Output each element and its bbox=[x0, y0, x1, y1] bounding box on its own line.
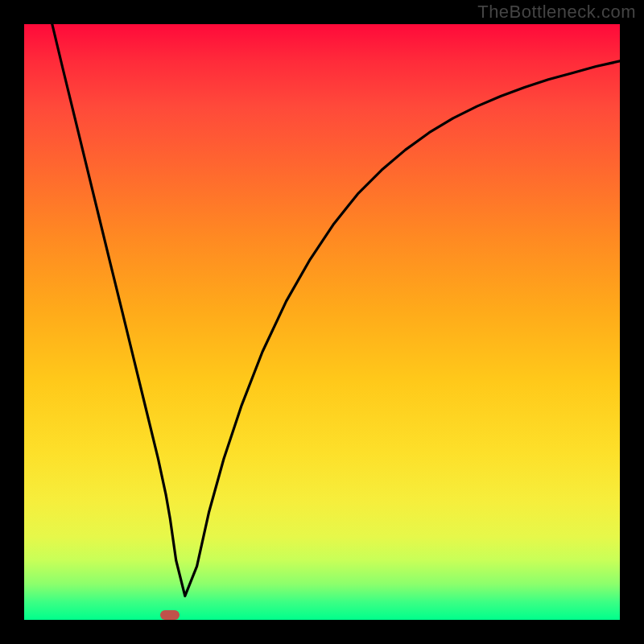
curve-path bbox=[52, 24, 620, 596]
curve-svg bbox=[24, 24, 620, 620]
plot-area bbox=[24, 24, 620, 620]
min-marker bbox=[160, 610, 180, 620]
watermark-text: TheBottleneck.com bbox=[477, 2, 636, 23]
chart-frame: TheBottleneck.com bbox=[0, 0, 644, 644]
